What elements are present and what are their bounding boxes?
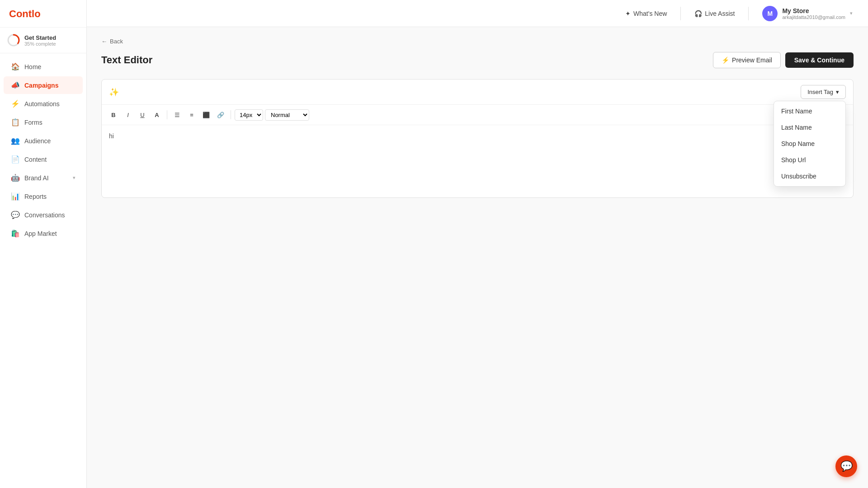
avatar: M xyxy=(762,6,778,21)
live-assist-icon: 🎧 xyxy=(694,10,702,17)
ai-magic-icon: ✨ xyxy=(109,87,119,97)
save-continue-button[interactable]: Save & Continue xyxy=(785,52,854,68)
font-size-select[interactable]: 14px 12px 16px 18px 24px xyxy=(235,109,263,121)
get-started-subtitle: 35% complete xyxy=(24,41,56,47)
back-arrow-icon: ← xyxy=(101,38,107,45)
user-chevron-icon: ▾ xyxy=(850,10,853,16)
sidebar-item-brand-ai[interactable]: 🤖 Brand AI ▾ xyxy=(4,169,83,187)
sidebar-item-conversations[interactable]: 💬 Conversations xyxy=(4,206,83,224)
tag-item-unsubscribe[interactable]: Unsubscribe xyxy=(774,168,845,184)
user-menu[interactable]: M My Store arkajitdatta2010@gmail.com ▾ xyxy=(758,3,857,24)
underline-button[interactable]: U xyxy=(136,108,149,121)
automations-icon: ⚡ xyxy=(11,99,20,108)
sidebar-item-content[interactable]: 📄 Content xyxy=(4,150,83,168)
home-icon: 🏠 xyxy=(11,62,20,71)
audience-icon: 👥 xyxy=(11,136,20,145)
back-label: Back xyxy=(110,38,123,45)
tag-item-first-name[interactable]: First Name xyxy=(774,103,845,119)
tag-item-last-name[interactable]: Last Name xyxy=(774,119,845,136)
bold-button[interactable]: B xyxy=(107,108,120,121)
sidebar-item-app-market-label: App Market xyxy=(24,230,57,237)
sidebar-item-forms[interactable]: 📋 Forms xyxy=(4,113,83,131)
whats-new-label: What's New xyxy=(633,10,667,17)
sidebar-item-brand-ai-label: Brand AI xyxy=(24,174,49,182)
sidebar-item-reports-label: Reports xyxy=(24,193,47,200)
sidebar-item-app-market[interactable]: 🛍️ App Market xyxy=(4,225,83,242)
back-button[interactable]: ← Back xyxy=(101,38,854,45)
sidebar: Contlo Get Started 35% complete 🏠 Home 📣… xyxy=(0,0,87,488)
chevron-down-icon: ▾ xyxy=(73,175,75,181)
whats-new-icon: ✦ xyxy=(625,10,631,17)
toolbar-separator-1 xyxy=(167,110,167,119)
insert-tag-dropdown: First Name Last Name Shop Name Shop Url … xyxy=(774,101,846,187)
sidebar-item-conversations-label: Conversations xyxy=(24,211,65,219)
chat-bubble-button[interactable]: 💬 xyxy=(835,455,857,477)
sidebar-item-campaigns-label: Campaigns xyxy=(24,82,58,89)
unordered-list-button[interactable]: ≡ xyxy=(185,108,198,121)
reports-icon: 📊 xyxy=(11,192,20,201)
sidebar-item-content-label: Content xyxy=(24,156,47,163)
sidebar-item-campaigns[interactable]: 📣 Campaigns xyxy=(4,76,83,94)
header-divider xyxy=(680,7,681,20)
user-email: arkajitdatta2010@gmail.com xyxy=(782,14,845,20)
campaigns-icon: 📣 xyxy=(11,81,20,89)
format-select[interactable]: Normal Heading 1 Heading 2 Heading 3 xyxy=(265,109,309,121)
editor-topbar: ✨ Insert Tag ▾ First Name Last Name Shop… xyxy=(102,80,853,105)
sidebar-item-automations-label: Automations xyxy=(24,100,60,108)
live-assist-label: Live Assist xyxy=(705,10,735,17)
sidebar-item-audience-label: Audience xyxy=(24,137,51,145)
ordered-list-button[interactable]: ☰ xyxy=(171,108,184,121)
live-assist-button[interactable]: 🎧 Live Assist xyxy=(690,7,739,20)
header-divider-2 xyxy=(748,7,749,20)
insert-tag-chevron-icon: ▾ xyxy=(836,89,839,95)
progress-circle-icon xyxy=(7,34,20,47)
page-title: Text Editor xyxy=(101,54,152,66)
brand-ai-icon: 🤖 xyxy=(11,174,20,182)
sidebar-item-forms-label: Forms xyxy=(24,119,42,126)
page-header: Text Editor ⚡ Preview Email Save & Conti… xyxy=(101,52,854,68)
page-actions: ⚡ Preview Email Save & Continue xyxy=(713,52,854,68)
sidebar-nav: 🏠 Home 📣 Campaigns ⚡ Automations 📋 Forms… xyxy=(0,53,86,488)
editor-toolbar: B I U A ☰ ≡ ⬛ 🔗 14px 12px 16px 18px 24px xyxy=(102,105,853,125)
tag-item-shop-url[interactable]: Shop Url xyxy=(774,152,845,168)
insert-tag-label: Insert Tag xyxy=(807,89,833,95)
italic-button[interactable]: I xyxy=(122,108,134,121)
sidebar-item-reports[interactable]: 📊 Reports xyxy=(4,188,83,205)
sidebar-item-home-label: Home xyxy=(24,63,41,70)
editor-body[interactable]: hi xyxy=(102,125,853,197)
get-started-title: Get Started xyxy=(24,34,56,41)
editor-container: ✨ Insert Tag ▾ First Name Last Name Shop… xyxy=(101,79,854,198)
conversations-icon: 💬 xyxy=(11,211,20,219)
insert-tag-button[interactable]: Insert Tag ▾ xyxy=(801,85,846,99)
sidebar-item-automations[interactable]: ⚡ Automations xyxy=(4,95,83,113)
page-content: ← Back Text Editor ⚡ Preview Email Save … xyxy=(87,27,868,488)
user-name: My Store xyxy=(782,7,845,14)
content-icon: 📄 xyxy=(11,155,20,164)
header: ✦ What's New 🎧 Live Assist M My Store ar… xyxy=(87,0,868,27)
toolbar-separator-2 xyxy=(231,110,231,119)
align-button[interactable]: ⬛ xyxy=(200,108,212,121)
tag-item-shop-name[interactable]: Shop Name xyxy=(774,136,845,152)
preview-email-button[interactable]: ⚡ Preview Email xyxy=(713,52,781,68)
logo: Contlo xyxy=(0,0,86,28)
whats-new-button[interactable]: ✦ What's New xyxy=(621,7,671,20)
app-market-icon: 🛍️ xyxy=(11,229,20,238)
link-button[interactable]: 🔗 xyxy=(214,108,227,121)
main-area: ✦ What's New 🎧 Live Assist M My Store ar… xyxy=(87,0,868,488)
insert-tag-wrapper: Insert Tag ▾ First Name Last Name Shop N… xyxy=(801,85,846,99)
text-color-button[interactable]: A xyxy=(151,108,163,121)
editor-content: hi xyxy=(109,132,114,140)
forms-icon: 📋 xyxy=(11,118,20,127)
lightning-icon: ⚡ xyxy=(722,56,729,64)
get-started-section[interactable]: Get Started 35% complete xyxy=(0,28,86,53)
sidebar-item-audience[interactable]: 👥 Audience xyxy=(4,132,83,150)
sidebar-item-home[interactable]: 🏠 Home xyxy=(4,58,83,75)
